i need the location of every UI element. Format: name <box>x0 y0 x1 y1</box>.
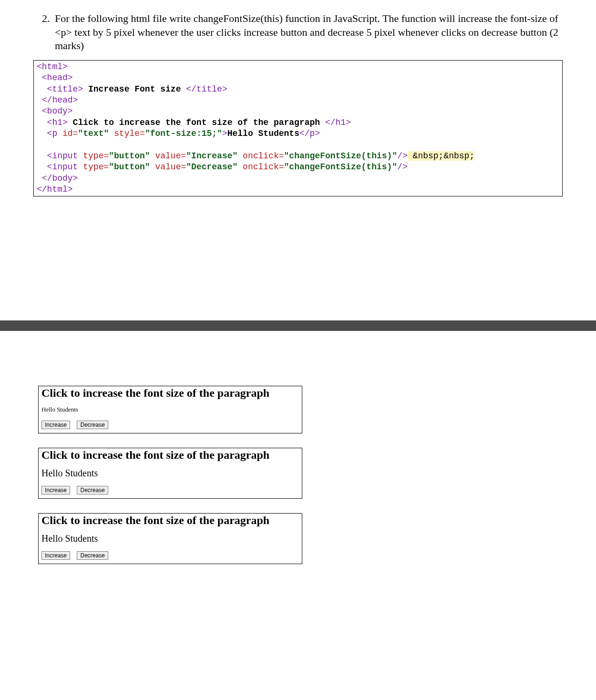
decrease-button[interactable]: Decrease <box>77 551 108 560</box>
code-text: Increase Font size <box>83 84 186 94</box>
demo-output-2: Click to increase the font size of the p… <box>38 448 302 499</box>
code-line: </html> <box>37 185 73 194</box>
code-line: <input <box>37 151 78 161</box>
code-val: "Decrease" <box>186 162 237 172</box>
code-val: "button" <box>109 162 150 172</box>
code-line: <p <box>37 129 57 138</box>
code-line: <input <box>37 162 78 172</box>
code-line: <html> <box>37 62 68 72</box>
increase-button[interactable]: Increase <box>41 551 70 560</box>
code-listing: <html> <head> <title> Increase Font size… <box>33 60 563 197</box>
demo-output-1: Click to increase the font size of the p… <box>38 386 302 433</box>
code-attr: type= <box>78 151 109 161</box>
code-nbsp: &nbsp;&nbsp; <box>408 151 474 161</box>
question-block: For the following html file write change… <box>0 0 596 58</box>
demo-heading: Click to increase the font size of the p… <box>41 514 299 527</box>
code-line: </p> <box>299 129 320 138</box>
code-attr: style= <box>109 129 145 138</box>
page-divider <box>0 320 596 331</box>
code-attr: type= <box>78 162 109 172</box>
code-line: > <box>222 129 227 138</box>
code-text: Click to increase the font size of the p… <box>68 118 325 127</box>
code-line: </h1> <box>325 118 351 127</box>
demo-paragraph: Hello Students <box>41 533 299 544</box>
code-line: <body> <box>37 106 73 116</box>
code-val: "changeFontSize(this)" <box>284 162 398 172</box>
code-line: <title> <box>37 84 83 94</box>
code-attr: value= <box>150 151 186 161</box>
increase-button[interactable]: Increase <box>41 421 70 429</box>
decrease-button[interactable]: Decrease <box>77 421 108 429</box>
code-line: <head> <box>37 73 73 82</box>
code-val: "Increase" <box>186 151 237 161</box>
code-attr: onclick= <box>237 162 284 172</box>
code-line: <h1> <box>37 118 68 127</box>
increase-button[interactable]: Increase <box>41 486 70 494</box>
code-val: "changeFontSize(this)" <box>284 151 398 161</box>
code-line: </title> <box>186 84 227 94</box>
demo-output-3: Click to increase the font size of the p… <box>38 513 302 564</box>
question-text: For the following html file write change… <box>52 12 563 53</box>
code-attr: onclick= <box>237 151 284 161</box>
code-line: /> <box>397 151 408 161</box>
demo-heading: Click to increase the font size of the p… <box>41 386 299 400</box>
demo-paragraph: Hello Students <box>41 406 299 413</box>
code-val: "text" <box>78 129 109 138</box>
code-val: "font-size:15;" <box>145 129 222 138</box>
demo-heading: Click to increase the font size of the p… <box>41 448 299 462</box>
code-text: Hello Students <box>227 129 299 138</box>
code-line: /> <box>397 162 408 172</box>
code-val: "button" <box>109 151 150 161</box>
decrease-button[interactable]: Decrease <box>77 486 108 494</box>
code-line: </head> <box>37 95 78 105</box>
demo-paragraph: Hello Students <box>41 468 299 479</box>
code-attr: value= <box>150 162 186 172</box>
code-line: </body> <box>37 174 78 183</box>
code-attr: id= <box>57 129 78 138</box>
